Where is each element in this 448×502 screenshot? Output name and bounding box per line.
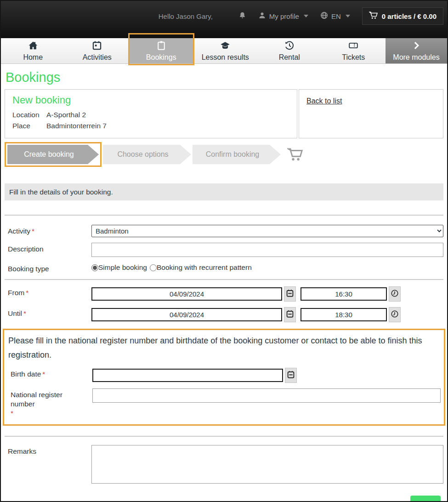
- notifications-button[interactable]: [238, 11, 246, 21]
- clipboard-icon: [156, 40, 166, 52]
- page-title: Bookings: [6, 70, 443, 85]
- panel-title: New booking: [12, 94, 289, 106]
- caret-down-icon: [304, 15, 308, 17]
- location-value: A-Sporthal 2: [46, 109, 86, 120]
- required-marker: *: [26, 289, 28, 297]
- nav-label: More modules: [393, 53, 439, 62]
- required-marker: *: [11, 409, 13, 417]
- place-label: Place: [12, 120, 46, 131]
- nav-label: Activities: [83, 53, 112, 62]
- birth-date-input[interactable]: [92, 369, 283, 382]
- nav-item-rental[interactable]: Rental: [257, 38, 322, 63]
- remarks-textarea[interactable]: [91, 445, 443, 484]
- step-confirm-booking[interactable]: Confirm booking: [193, 145, 281, 164]
- back-to-list-link[interactable]: Back to list: [306, 97, 342, 105]
- caret-down-icon: [346, 15, 350, 17]
- calendar-button-icon: [286, 310, 294, 319]
- booking-form: Activity* Badminton Description Booking …: [5, 216, 443, 502]
- language-label: EN: [331, 12, 341, 20]
- description-input[interactable]: [91, 243, 443, 257]
- nav-item-bookings[interactable]: Bookings: [129, 38, 193, 63]
- radio-recurrent-booking-input[interactable]: [150, 264, 157, 271]
- step-create-booking[interactable]: Create booking: [7, 145, 99, 164]
- calendar-icon: [92, 40, 102, 52]
- national-register-number-input[interactable]: [92, 388, 441, 403]
- cart-icon: [287, 147, 303, 162]
- from-date-picker-button[interactable]: [284, 286, 296, 302]
- cart-icon: [369, 11, 378, 21]
- user-icon: [258, 11, 266, 21]
- from-time-input[interactable]: [301, 287, 387, 301]
- birth-date-picker-button[interactable]: [285, 368, 297, 383]
- bell-icon: [238, 11, 246, 21]
- create-booking-highlight-box: Create booking: [5, 142, 102, 167]
- until-time-input[interactable]: [301, 308, 387, 321]
- next-button[interactable]: NEXT: [410, 496, 441, 502]
- activity-select[interactable]: Badminton: [91, 225, 443, 237]
- cart-summary-label: 0 articles / € 0.00: [382, 12, 437, 20]
- graduation-cap-icon: [220, 40, 230, 52]
- calendar-button-icon: [287, 371, 295, 380]
- nav-item-activities[interactable]: Activities: [65, 38, 130, 63]
- radio-label: Simple booking: [98, 263, 147, 272]
- nav-label: Bookings: [146, 53, 176, 62]
- nav-item-more-modules[interactable]: More modules: [386, 38, 447, 63]
- ticket-icon: [348, 40, 358, 52]
- required-marker: *: [42, 370, 45, 378]
- birth-date-label: Birth date*: [7, 368, 92, 379]
- my-profile-label: My profile: [269, 12, 299, 20]
- nav-label: Tickets: [342, 53, 365, 62]
- from-label: From*: [5, 286, 91, 297]
- radio-simple-booking[interactable]: Simple booking: [91, 263, 147, 272]
- section-divider: [5, 436, 443, 437]
- until-date-input[interactable]: [91, 308, 282, 321]
- clock-button-icon: [391, 289, 399, 299]
- remarks-label: Remarks: [5, 445, 91, 456]
- cart-summary-button[interactable]: 0 articles / € 0.00: [362, 7, 443, 25]
- national-register-number-label: National register number*: [7, 388, 92, 418]
- registration-notice-text: Please fill in the national register num…: [7, 334, 441, 362]
- user-greeting: Hello Jason Gary,: [159, 12, 213, 20]
- from-time-picker-button[interactable]: [389, 286, 401, 302]
- until-time-picker-button[interactable]: [389, 307, 401, 322]
- place-value: Badmintonterrein 7: [46, 120, 107, 131]
- new-booking-panel: New booking Location A-Sporthal 2 Place …: [5, 89, 297, 138]
- radio-recurrent-booking[interactable]: Booking with recurrent pattern: [150, 263, 252, 272]
- language-menu[interactable]: EN: [320, 11, 350, 21]
- required-marker: *: [23, 309, 26, 317]
- app-window: Hello Jason Gary, My profile EN 0 articl…: [0, 0, 448, 502]
- activity-label: Activity*: [5, 225, 91, 236]
- nav-item-home[interactable]: Home: [1, 38, 65, 63]
- radio-simple-booking-input[interactable]: [91, 264, 98, 271]
- topbar: Hello Jason Gary, My profile EN 0 articl…: [1, 1, 447, 38]
- clock-button-icon: [391, 310, 399, 319]
- globe-icon: [320, 11, 328, 21]
- nav-item-lesson-results[interactable]: Lesson results: [193, 38, 258, 63]
- wizard-steps: Create booking Choose options Confirm bo…: [5, 142, 443, 167]
- info-bar: Fill in the details of your booking.: [5, 183, 443, 200]
- side-panel: Back to list: [299, 89, 443, 138]
- location-label: Location: [12, 109, 46, 120]
- required-marker: *: [32, 227, 34, 235]
- calendar-button-icon: [286, 289, 294, 299]
- nav-label: Rental: [279, 53, 300, 62]
- location-row: Location A-Sporthal 2: [12, 109, 289, 120]
- nav-label: Lesson results: [202, 53, 249, 62]
- registration-notice-box: Please fill in the national register num…: [3, 329, 445, 426]
- until-date-picker-button[interactable]: [284, 307, 296, 322]
- from-date-input[interactable]: [91, 287, 282, 301]
- chevron-right-icon: [411, 40, 421, 52]
- nav-label: Home: [23, 53, 43, 62]
- main-nav: Home Activities Bookings Lesson results …: [1, 38, 447, 64]
- until-label: Until*: [5, 307, 91, 318]
- history-icon: [284, 40, 295, 52]
- description-label: Description: [5, 243, 91, 254]
- home-icon: [28, 40, 38, 52]
- radio-label: Booking with recurrent pattern: [157, 263, 252, 272]
- step-choose-options[interactable]: Choose options: [103, 145, 191, 164]
- nav-item-tickets[interactable]: Tickets: [322, 38, 386, 63]
- my-profile-menu[interactable]: My profile: [258, 11, 308, 21]
- place-row: Place Badmintonterrein 7: [12, 120, 289, 131]
- booking-type-label: Booking type: [5, 262, 91, 274]
